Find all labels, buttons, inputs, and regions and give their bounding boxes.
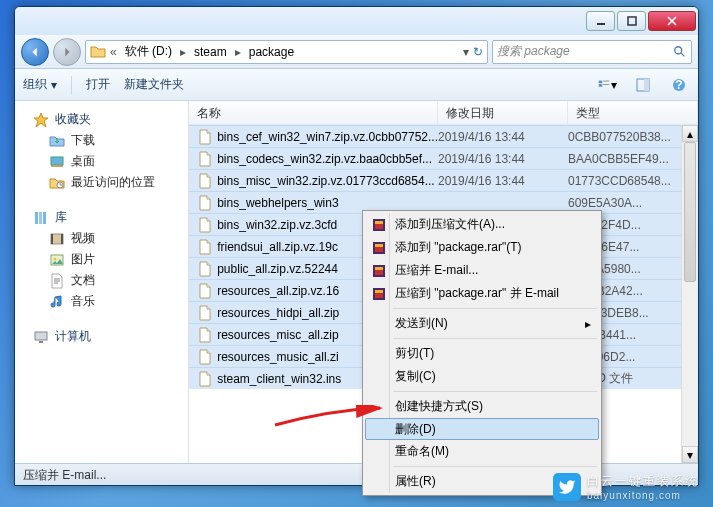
breadcrumb-seg[interactable]: 软件 (D:) <box>121 43 176 60</box>
svg-text:?: ? <box>675 78 682 92</box>
nav-downloads[interactable]: 下载 <box>15 130 188 151</box>
maximize-button[interactable] <box>617 11 646 31</box>
svg-rect-14 <box>35 212 38 224</box>
ctx-copy[interactable]: 复制(C) <box>365 365 599 388</box>
svg-rect-5 <box>603 80 609 81</box>
context-menu: 添加到压缩文件(A)... 添加到 "package.rar"(T) 压缩并 E… <box>362 210 602 496</box>
nav-desktop[interactable]: 桌面 <box>15 151 188 172</box>
ctx-add-pkg[interactable]: 添加到 "package.rar"(T) <box>365 236 599 259</box>
file-icon <box>197 261 213 277</box>
search-box[interactable]: 搜索 package <box>492 40 692 64</box>
file-icon <box>197 371 213 387</box>
col-name[interactable]: 名称 <box>189 101 438 124</box>
nav-docs[interactable]: 文档 <box>15 270 188 291</box>
svg-rect-35 <box>375 290 383 293</box>
close-button[interactable] <box>648 11 696 31</box>
svg-rect-6 <box>603 84 609 85</box>
file-row[interactable]: bins_misc_win32.zip.vz.01773ccd6854... 2… <box>189 169 698 191</box>
view-button[interactable]: ▾ <box>596 74 618 96</box>
scrollbar[interactable]: ▴ ▾ <box>681 125 698 463</box>
file-name: bins_cef_win32_win7.zip.vz.0cbb07752... <box>217 130 438 144</box>
file-type: 01773CCD68548... <box>568 174 698 188</box>
breadcrumb-seg[interactable]: steam <box>190 45 231 59</box>
file-icon <box>197 327 213 343</box>
newfolder-button[interactable]: 新建文件夹 <box>124 76 184 93</box>
ctx-compress-pkg-email[interactable]: 压缩到 "package.rar" 并 E-mail <box>365 282 599 305</box>
preview-button[interactable] <box>632 74 654 96</box>
nav-libraries[interactable]: 库 <box>15 207 188 228</box>
file-date: 2019/4/16 13:44 <box>438 152 568 166</box>
nav-pictures[interactable]: 图片 <box>15 249 188 270</box>
organize-button[interactable]: 组织 ▾ <box>23 76 57 93</box>
file-type: 0CBB077520B38... <box>568 130 698 144</box>
forward-button[interactable] <box>53 38 81 66</box>
file-icon <box>197 129 213 145</box>
ctx-compress-email[interactable]: 压缩并 E-mail... <box>365 259 599 282</box>
file-type: BAA0CBB5EF49... <box>568 152 698 166</box>
submenu-arrow-icon: ▸ <box>585 317 591 331</box>
ctx-delete[interactable]: 删除(D) <box>365 418 599 440</box>
file-date: 2019/4/16 13:44 <box>438 130 568 144</box>
help-button[interactable]: ? <box>668 74 690 96</box>
search-placeholder: 搜索 package <box>497 43 570 60</box>
search-icon <box>673 45 687 59</box>
nav-computer[interactable]: 计算机 <box>15 326 188 347</box>
rar-icon <box>371 286 387 302</box>
rar-icon <box>371 240 387 256</box>
address-bar[interactable]: « 软件 (D:) ▸ steam ▸ package ▾ ↻ <box>85 40 488 64</box>
svg-rect-23 <box>39 341 43 343</box>
svg-rect-18 <box>51 234 53 244</box>
watermark: 白云一键重装系统 baiyunxitong.com <box>553 473 699 501</box>
file-name: bins_webhelpers_win3 <box>217 196 438 210</box>
svg-rect-8 <box>644 79 649 91</box>
col-type[interactable]: 类型 <box>568 101 698 124</box>
svg-rect-12 <box>51 165 63 167</box>
file-icon <box>197 217 213 233</box>
ctx-shortcut[interactable]: 创建快捷方式(S) <box>365 395 599 418</box>
nav-favorites[interactable]: 收藏夹 <box>15 109 188 130</box>
chevron-icon: ▸ <box>180 45 186 59</box>
scroll-down-icon[interactable]: ▾ <box>682 446 698 463</box>
open-button[interactable]: 打开 <box>86 76 110 93</box>
file-type: 609E5A30A... <box>568 196 698 210</box>
dropdown-icon[interactable]: ▾ <box>463 45 469 59</box>
ctx-cut[interactable]: 剪切(T) <box>365 342 599 365</box>
svg-rect-11 <box>51 157 63 165</box>
file-row[interactable]: bins_cef_win32_win7.zip.vz.0cbb07752... … <box>189 125 698 147</box>
file-icon <box>197 283 213 299</box>
breadcrumb-seg[interactable]: package <box>245 45 298 59</box>
file-name: bins_misc_win32.zip.vz.01773ccd6854... <box>217 174 438 188</box>
column-headers: 名称 修改日期 类型 <box>189 101 698 125</box>
refresh-icon[interactable]: ↻ <box>473 45 483 59</box>
rar-icon <box>371 263 387 279</box>
svg-rect-3 <box>599 80 603 83</box>
file-icon <box>197 239 213 255</box>
nav-video[interactable]: 视频 <box>15 228 188 249</box>
svg-rect-0 <box>597 23 605 25</box>
svg-rect-4 <box>599 84 603 87</box>
minimize-button[interactable] <box>586 11 615 31</box>
watermark-url: baiyunxitong.com <box>587 490 699 501</box>
svg-rect-15 <box>39 212 42 224</box>
ctx-sendto[interactable]: 发送到(N)▸ <box>365 312 599 335</box>
file-icon <box>197 173 213 189</box>
col-date[interactable]: 修改日期 <box>438 101 568 124</box>
svg-rect-16 <box>43 212 46 224</box>
svg-rect-1 <box>628 17 636 25</box>
toolbar: 组织 ▾ 打开 新建文件夹 ▾ ? <box>15 69 698 101</box>
watermark-logo-icon <box>553 473 581 501</box>
back-button[interactable] <box>21 38 49 66</box>
nav-recent[interactable]: 最近访问的位置 <box>15 172 188 193</box>
svg-rect-29 <box>375 244 383 247</box>
navbar: « 软件 (D:) ▸ steam ▸ package ▾ ↻ 搜索 packa… <box>15 35 698 69</box>
titlebar <box>15 7 698 35</box>
ctx-rename[interactable]: 重命名(M) <box>365 440 599 463</box>
svg-rect-22 <box>35 332 47 340</box>
file-icon <box>197 195 213 211</box>
scroll-up-icon[interactable]: ▴ <box>682 125 698 142</box>
file-row[interactable]: bins_codecs_win32.zip.vz.baa0cbb5ef... 2… <box>189 147 698 169</box>
ctx-add-archive[interactable]: 添加到压缩文件(A)... <box>365 213 599 236</box>
scroll-thumb[interactable] <box>684 142 696 282</box>
nav-music[interactable]: 音乐 <box>15 291 188 312</box>
svg-rect-26 <box>375 221 383 224</box>
